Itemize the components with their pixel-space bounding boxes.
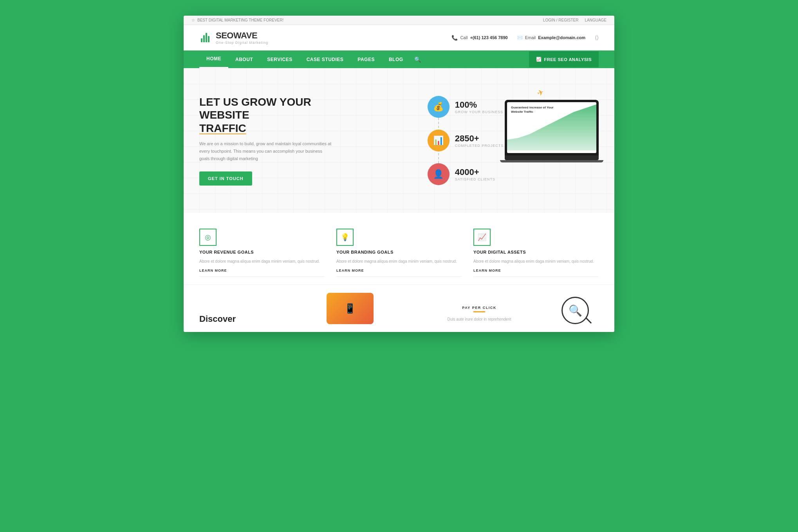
nav-pages[interactable]: PAGES	[350, 51, 382, 68]
svg-marker-4	[507, 104, 596, 151]
nav-case-studies[interactable]: CASE STUDIES	[300, 51, 351, 68]
service-link-revenue[interactable]: LEARN MORE	[199, 269, 325, 277]
service-title-branding: YOUR BRANDING GOALS	[336, 250, 462, 254]
hero-cta-button[interactable]: GET IN TOUCH	[199, 171, 252, 186]
logo-wave: WAVE	[233, 31, 257, 40]
teaser-graphic: 📱	[293, 293, 407, 324]
hero-title: LET US GROW YOUR WEBSITE TRAFFIC	[199, 96, 332, 135]
search-circle-icon: 🔍	[561, 297, 589, 324]
call-label: Call	[460, 35, 468, 40]
stat-projects: 📊 2850+ COMPLETED PROJECTS	[428, 130, 504, 151]
stat-clients: 👤 4000+ SATISFIED CLIENTS	[428, 163, 504, 185]
laptop-graphic: Guaranteed increase of YourWebsite Traff…	[505, 100, 599, 162]
header-contact: 📞 Call +(61) 123 456 7890 ✉️ Email Examp…	[451, 34, 599, 41]
service-title-digital: YOUR DIGITAL ASSETS	[473, 250, 599, 254]
logo-brand: SEOWAVE	[216, 31, 268, 41]
stat-number-clients: 4000+	[455, 167, 495, 177]
stat-label-business: GROW YOUR BUSINESS	[455, 110, 503, 114]
logo-tagline: One-Stop Digital Marketing	[216, 41, 268, 45]
hero-left: LET US GROW YOUR WEBSITE TRAFFIC We are …	[199, 96, 348, 186]
stat-text-projects: 2850+ COMPLETED PROJECTS	[455, 133, 504, 148]
hero-description: We are on a mission to build, grow and m…	[199, 140, 332, 162]
service-link-digital[interactable]: LEARN MORE	[473, 269, 599, 277]
stats-area: 💰 100% GROW YOUR BUSINESS 📊 285	[428, 96, 504, 185]
nav-cta-button[interactable]: 📈 FREE SEO ANALYSIS	[529, 51, 599, 67]
logo-text: SEOWAVE One-Stop Digital Marketing	[216, 31, 268, 45]
person-icon: 👤	[433, 169, 444, 179]
laptop-screen-inner: Guaranteed increase of YourWebsite Traff…	[507, 102, 596, 153]
nav-home[interactable]: HOME	[199, 50, 228, 68]
discover-title: Discover	[199, 314, 278, 324]
service-icon-branding: 💡	[336, 229, 354, 246]
nav-items: HOME ABOUT SERVICES CASE STUDIES PAGES B…	[199, 50, 529, 68]
top-bar-right: LOGIN / REGISTER LANGUAGE	[543, 18, 607, 22]
hero-title-line2: TRAFFIC	[199, 122, 246, 134]
stat-label-projects: COMPLETED PROJECTS	[455, 144, 504, 148]
language-selector[interactable]: LANGUAGE	[585, 18, 607, 22]
service-icon-revenue: ◎	[199, 229, 217, 246]
top-bar-left: ☆ BEST DIGITAL MARKETING THEME FOREVER!	[191, 18, 283, 22]
service-revenue: ◎ YOUR REVENUE GOALS Abore et dolore mag…	[199, 229, 325, 277]
share-icon[interactable]: ⟨⟩	[595, 34, 599, 41]
bottom-teaser: Discover 📱 PAY PER CLICK Duis aute irure…	[184, 285, 614, 332]
phone-contact: 📞 Call +(61) 123 456 7890	[451, 35, 507, 41]
paper-plane-icon: ✈	[536, 87, 545, 98]
service-digital: 📈 YOUR DIGITAL ASSETS Abore et dolore ma…	[473, 229, 599, 277]
laptop-bottom	[500, 160, 603, 162]
service-desc-branding: Abore et dolore magna aliqua enim daga m…	[336, 258, 462, 265]
stat-text-business: 100% GROW YOUR BUSINESS	[455, 100, 503, 114]
traffic-chart	[507, 102, 596, 151]
service-desc-revenue: Abore et dolore magna aliqua enim daga m…	[199, 258, 325, 265]
service-title-revenue: YOUR REVENUE GOALS	[199, 250, 325, 254]
chart-bar-icon: 📊	[433, 135, 444, 146]
star-icon: ☆	[191, 18, 195, 22]
nav-blog[interactable]: BLOG	[382, 51, 410, 68]
svg-rect-3	[208, 36, 209, 42]
ppc-section: PAY PER CLICK Duis aute irure dolor in r…	[422, 306, 536, 324]
money-bag-icon: 💰	[433, 102, 444, 112]
stat-text-clients: 4000+ SATISFIED CLIENTS	[455, 167, 495, 181]
email-contact: ✉️ Email Example@domain.com	[517, 35, 585, 40]
call-number: +(61) 123 456 7890	[470, 35, 507, 40]
laptop: Guaranteed increase of YourWebsite Traff…	[505, 100, 599, 162]
chart-icon: 📈	[536, 57, 542, 62]
svg-rect-0	[201, 38, 202, 42]
search-graphic: 🔍	[552, 297, 599, 324]
stat-icon-projects: 📊	[428, 130, 450, 151]
stat-label-clients: SATISFIED CLIENTS	[455, 177, 495, 181]
phone-icon: 📞	[451, 35, 458, 41]
services-grid: ◎ YOUR REVENUE GOALS Abore et dolore mag…	[199, 229, 599, 277]
email-icon: ✉️	[517, 35, 523, 40]
stats-list: 💰 100% GROW YOUR BUSINESS 📊 285	[428, 96, 504, 185]
search-icon[interactable]: 🔍	[410, 51, 425, 68]
cta-label: FREE SEO ANALYSIS	[544, 57, 592, 62]
top-bar: ☆ BEST DIGITAL MARKETING THEME FOREVER! …	[184, 16, 614, 25]
service-desc-digital: Abore et dolore magna aliqua enim daga m…	[473, 258, 599, 265]
service-branding: 💡 YOUR BRANDING GOALS Abore et dolore ma…	[336, 229, 462, 277]
stat-business: 💰 100% GROW YOUR BUSINESS	[428, 96, 504, 118]
discover-section: Discover	[199, 314, 278, 324]
services-section: ◎ YOUR REVENUE GOALS Abore et dolore mag…	[184, 213, 614, 285]
svg-rect-2	[206, 33, 207, 42]
stat-icon-clients: 👤	[428, 163, 450, 185]
login-link[interactable]: LOGIN / REGISTER	[543, 18, 579, 22]
laptop-base	[505, 155, 599, 160]
top-bar-text: BEST DIGITAL MARKETING THEME FOREVER!	[197, 18, 283, 22]
hero-right: ✈ 💰 100% GROW YOUR BUSINESS	[348, 96, 599, 185]
stat-icon-business: 💰	[428, 96, 450, 118]
nav-services[interactable]: SERVICES	[260, 51, 299, 68]
main-nav: HOME ABOUT SERVICES CASE STUDIES PAGES B…	[184, 50, 614, 68]
service-icon-digital: 📈	[473, 229, 491, 246]
ppc-desc: Duis aute irure dolor in reprehenderit	[422, 316, 536, 323]
service-link-branding[interactable]: LEARN MORE	[336, 269, 462, 277]
email-value: Example@domain.com	[538, 35, 585, 40]
logo-icon	[199, 31, 212, 44]
email-label: Email	[525, 35, 536, 40]
logo: SEOWAVE One-Stop Digital Marketing	[199, 31, 268, 45]
laptop-screen: Guaranteed increase of YourWebsite Traff…	[505, 100, 599, 155]
svg-rect-1	[203, 35, 205, 42]
stat-number-business: 100%	[455, 100, 503, 110]
ppc-label: PAY PER CLICK	[422, 306, 536, 310]
ppc-divider	[473, 311, 485, 312]
nav-about[interactable]: ABOUT	[228, 51, 260, 68]
